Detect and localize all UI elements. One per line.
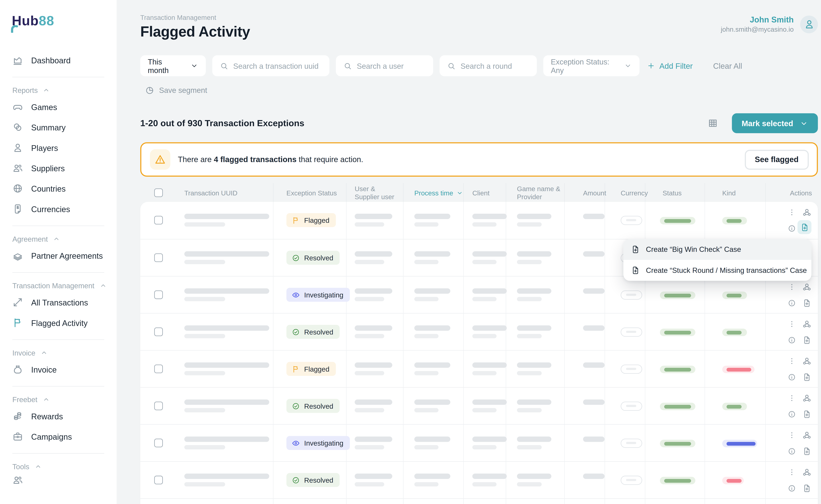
network-share-button[interactable] xyxy=(802,357,811,367)
search-round-input[interactable] xyxy=(461,62,529,70)
chip-label: Resolved xyxy=(304,254,333,262)
user-menu[interactable]: John Smith john.smith@mycasino.io xyxy=(721,15,818,33)
kebab-menu-button[interactable] xyxy=(788,283,796,293)
info-button[interactable] xyxy=(788,224,796,234)
network-share-button[interactable] xyxy=(802,468,811,478)
avatar[interactable] xyxy=(800,15,818,33)
row-checkbox[interactable] xyxy=(154,216,163,224)
search-user-input[interactable] xyxy=(357,62,426,70)
row-actions xyxy=(781,466,818,496)
info-button[interactable] xyxy=(788,299,796,309)
kebab-menu-button[interactable] xyxy=(788,431,796,441)
date-range-select[interactable]: This month xyxy=(140,55,206,76)
chevron-up-icon xyxy=(40,349,48,357)
file-dollar-icon xyxy=(12,203,23,214)
chip-label: Flagged xyxy=(304,216,329,224)
row-checkbox[interactable] xyxy=(154,365,163,373)
info-button[interactable] xyxy=(788,447,796,457)
row-checkbox[interactable] xyxy=(154,402,163,410)
column-header-user-: User &Supplier user xyxy=(355,184,394,202)
sidebar-item-item[interactable] xyxy=(0,470,116,490)
sidebar-item-games[interactable]: Games xyxy=(0,97,116,117)
create-case-button[interactable] xyxy=(802,447,811,457)
create-case-button-active[interactable] xyxy=(798,220,811,234)
row-checkbox[interactable] xyxy=(154,439,163,447)
network-share-button[interactable] xyxy=(802,394,811,404)
kebab-menu-button[interactable] xyxy=(788,208,796,218)
create-stuck-round-case-item[interactable]: Create “Stuck Round / Missing transactio… xyxy=(623,260,811,281)
user-email: john.smith@mycasino.io xyxy=(721,26,794,33)
create-case-button[interactable] xyxy=(802,336,811,346)
sidebar-item-dashboard[interactable]: Dashboard xyxy=(0,50,116,70)
grid-view-icon[interactable] xyxy=(708,118,718,128)
sidebar-item-all-transactions[interactable]: All Transactions xyxy=(0,292,116,312)
table-row: Flagged xyxy=(140,202,818,239)
see-flagged-button[interactable]: See flagged xyxy=(745,149,809,169)
table-row xyxy=(140,498,818,504)
sidebar-item-invoice[interactable]: Invoice xyxy=(0,359,116,379)
status-pill xyxy=(660,292,695,299)
sidebar-item-players[interactable]: Players xyxy=(0,137,116,158)
search-uuid-input[interactable] xyxy=(233,62,322,70)
create-case-button[interactable] xyxy=(802,373,811,383)
sidebar-item-flagged-activity[interactable]: Flagged Activity xyxy=(0,313,116,333)
status-pill xyxy=(660,477,695,484)
create-case-button[interactable] xyxy=(802,299,811,309)
info-button[interactable] xyxy=(788,484,796,494)
clear-all-button[interactable]: Clear All xyxy=(713,62,742,70)
row-checkbox[interactable] xyxy=(154,291,163,299)
info-button[interactable] xyxy=(788,373,796,383)
exception-status-select[interactable]: Exception Status: Any xyxy=(543,55,640,76)
skeleton-cell xyxy=(414,362,450,375)
sidebar-section-reports[interactable]: Reports xyxy=(0,84,116,97)
kebab-menu-button[interactable] xyxy=(788,357,796,367)
info-button[interactable] xyxy=(788,336,796,346)
sidebar-item-countries[interactable]: Countries xyxy=(0,178,116,199)
row-checkbox[interactable] xyxy=(154,476,163,484)
network-share-button[interactable] xyxy=(802,208,811,219)
currency-skeleton xyxy=(621,327,642,337)
column-header-process-time[interactable]: Process time xyxy=(414,184,463,202)
kind-pill-red xyxy=(722,366,755,373)
sidebar-section-agreement[interactable]: Agreement xyxy=(0,232,116,245)
check-circle-icon xyxy=(292,402,300,410)
save-segment-button[interactable]: Save segment xyxy=(145,85,818,95)
kebab-menu-button[interactable] xyxy=(788,468,796,478)
network-share-button[interactable] xyxy=(802,282,811,293)
create-case-button[interactable] xyxy=(802,484,811,494)
kebab-menu-button[interactable] xyxy=(788,394,796,404)
search-round-field[interactable] xyxy=(440,55,537,76)
date-range-value: This month xyxy=(148,57,185,74)
sidebar-section-invoice[interactable]: Invoice xyxy=(0,346,116,359)
sidebar-item-summary[interactable]: Summary xyxy=(0,117,116,137)
network-share-button[interactable] xyxy=(802,319,811,330)
sidebar-item-currencies[interactable]: Currencies xyxy=(0,199,116,219)
info-button[interactable] xyxy=(788,410,796,420)
sidebar-item-suppliers[interactable]: Suppliers xyxy=(0,158,116,178)
search-uuid-field[interactable] xyxy=(212,55,329,76)
sidebar-section-transaction-management[interactable]: Transaction Management xyxy=(0,279,116,292)
hub88-logo[interactable]: Hub88 xyxy=(0,0,116,28)
create-big-win-check-case-item[interactable]: Create “Big Win Check” Case xyxy=(623,239,811,260)
sidebar-item-partner-agreements[interactable]: Partner Agreements xyxy=(0,245,116,266)
row-checkbox[interactable] xyxy=(154,253,163,262)
create-case-button[interactable] xyxy=(802,410,811,420)
sidebar-item-label: Players xyxy=(31,143,58,152)
network-share-button[interactable] xyxy=(802,431,811,441)
chip-label: Resolved xyxy=(304,328,333,336)
sidebar-section-freebet[interactable]: Freebet xyxy=(0,393,116,406)
kind-pill-green xyxy=(722,403,747,410)
skeleton-cell xyxy=(184,251,269,264)
sidebar-item-campaigns[interactable]: Campaigns xyxy=(0,426,116,447)
skeleton-cell xyxy=(414,251,450,264)
kebab-menu-button[interactable] xyxy=(788,320,796,330)
search-icon xyxy=(447,62,456,70)
select-all-checkbox[interactable] xyxy=(154,189,163,197)
add-filter-button[interactable]: Add Filter xyxy=(647,62,693,70)
exception-status-chip-flagged: Flagged xyxy=(286,213,336,227)
mark-selected-button[interactable]: Mark selected xyxy=(732,113,818,133)
row-checkbox[interactable] xyxy=(154,327,163,336)
sidebar-item-rewards[interactable]: Rewards xyxy=(0,406,116,426)
search-user-field[interactable] xyxy=(336,55,433,76)
row-actions xyxy=(781,429,818,459)
